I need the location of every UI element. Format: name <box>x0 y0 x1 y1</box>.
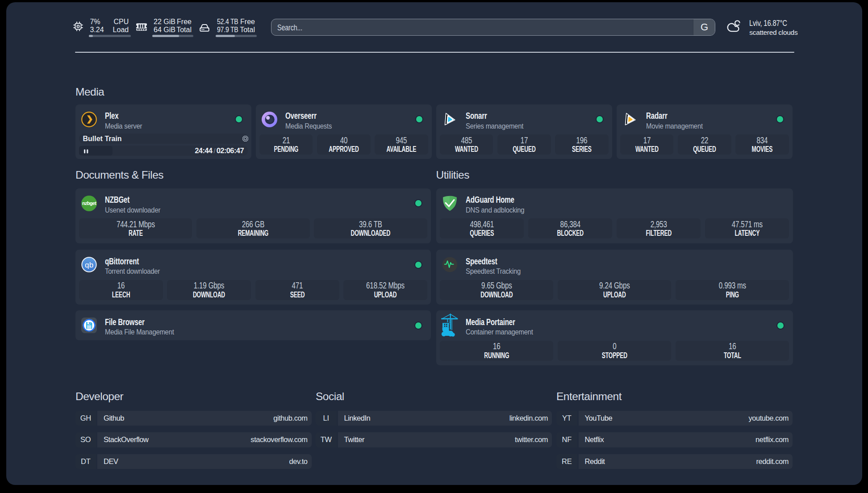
svg-text:nzbget: nzbget <box>82 201 96 206</box>
svg-text:qb: qb <box>84 261 93 269</box>
